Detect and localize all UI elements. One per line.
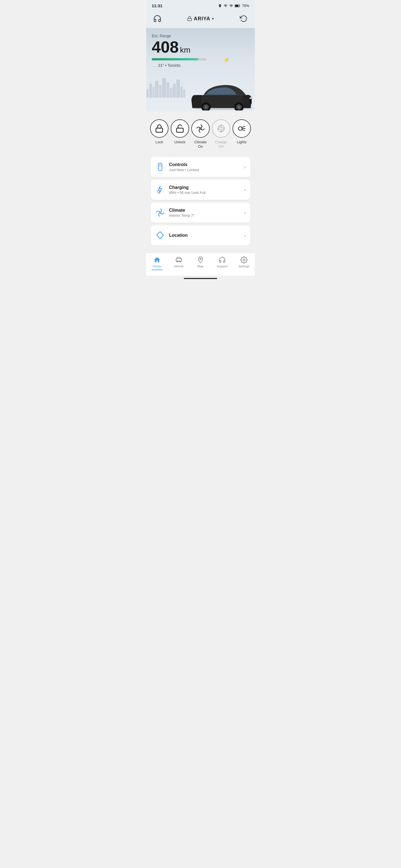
nav-vehicle[interactable]: Vehicle	[170, 256, 187, 268]
climate-on-action[interactable]: ClimateOn	[191, 119, 210, 149]
status-time: 11:31	[152, 3, 162, 8]
svg-point-8	[205, 106, 207, 108]
unlock-circle[interactable]	[171, 119, 189, 138]
location-chevron-icon: ›	[244, 232, 246, 239]
home-icon	[153, 256, 161, 264]
svg-rect-3	[188, 18, 192, 21]
lock-icon	[155, 124, 164, 133]
svg-rect-1	[239, 5, 240, 6]
lock-circle[interactable]	[150, 119, 169, 138]
est-range-label: Est. Range	[152, 34, 249, 38]
controls-title: Controls	[169, 162, 199, 167]
nav-settings[interactable]: Settings	[236, 256, 252, 268]
controls-card[interactable]: Controls Just Now • Locked ›	[151, 157, 250, 177]
location-card-icon	[155, 230, 165, 240]
svg-point-24	[159, 212, 161, 213]
car-name: ARIYA	[194, 16, 210, 22]
signal-icon	[229, 4, 233, 8]
lock-label: Lock	[155, 140, 163, 145]
lock-action[interactable]: Lock	[150, 119, 169, 145]
nav-support-label: Support	[217, 265, 228, 268]
history-button[interactable]	[238, 13, 249, 24]
cloud-icon: ☁️	[152, 63, 156, 68]
lights-label: Lights	[237, 140, 247, 145]
controls-chevron-icon: ›	[244, 164, 246, 170]
battery-percent: 76%	[242, 4, 249, 8]
bottom-nav: Home Vehicle Map Support Settings	[146, 253, 255, 276]
settings-icon	[240, 256, 248, 264]
status-icons: 76%	[218, 4, 249, 8]
range-value: 408	[152, 38, 179, 56]
nav-home-label: Home	[153, 265, 161, 268]
fan-icon	[196, 124, 205, 133]
headphone-icon	[153, 14, 162, 23]
charging-icon	[156, 185, 165, 194]
svg-marker-25	[157, 232, 164, 239]
svg-line-19	[242, 126, 245, 127]
fan-card-icon	[156, 208, 165, 217]
svg-rect-14	[156, 128, 163, 132]
nav-vehicle-label: Vehicle	[174, 265, 183, 268]
climate-card[interactable]: Climate Interior Temp 7° ›	[151, 203, 250, 223]
nav-support[interactable]: Support	[214, 256, 231, 268]
unlock-icon	[175, 124, 184, 133]
lights-icon	[237, 124, 246, 133]
nav-map[interactable]: Map	[192, 256, 209, 268]
climate-circle[interactable]	[191, 119, 210, 138]
nav-icon	[156, 231, 165, 240]
svg-point-29	[243, 259, 245, 261]
lock-header-icon	[187, 16, 192, 21]
car-image	[187, 75, 255, 112]
climate-on-label: ClimateOn	[194, 140, 207, 149]
home-indicator	[184, 278, 217, 279]
range-unit: km	[180, 45, 190, 54]
svg-rect-2	[235, 5, 238, 7]
support-icon-button[interactable]	[152, 13, 163, 24]
svg-line-21	[242, 130, 245, 131]
support-nav-icon	[219, 256, 226, 264]
svg-point-16	[200, 128, 201, 129]
lights-circle[interactable]	[232, 119, 251, 138]
header: ARIYA ▾	[146, 10, 255, 28]
chevron-down-icon: ▾	[212, 17, 214, 21]
charge-icon	[217, 124, 226, 133]
weather-info: 21° • Toronto	[158, 63, 180, 68]
map-icon	[197, 256, 204, 264]
controls-card-icon	[155, 162, 165, 172]
charge-on-circle[interactable]	[212, 119, 230, 138]
nav-home[interactable]: Home	[149, 256, 165, 270]
vehicle-selector[interactable]: ARIYA ▾	[187, 16, 214, 22]
charge-on-action[interactable]: ChargeOn	[212, 119, 230, 149]
svg-point-18	[238, 127, 242, 130]
charge-bar: ⚡	[152, 58, 225, 60]
charging-chevron-icon: ›	[244, 187, 246, 193]
range-display: 408 km	[152, 38, 249, 56]
status-bar: 11:31 76%	[146, 0, 255, 10]
charging-subtitle: 99% • 55 min Until Full	[169, 191, 205, 195]
lights-action[interactable]: Lights	[232, 119, 251, 145]
lightning-icon: ⚡	[223, 57, 230, 63]
remote-icon	[156, 162, 165, 172]
charging-card-icon	[155, 185, 165, 195]
charge-bar-container	[152, 58, 207, 60]
wifi-icon	[224, 4, 228, 8]
cards-section: Controls Just Now • Locked › Charging 99…	[146, 154, 255, 248]
hero-section: Est. Range 408 km ⚡ ☁️ 21° • Toronto	[146, 28, 255, 112]
unlock-label: Unlock	[174, 140, 185, 145]
svg-rect-15	[176, 128, 183, 132]
charge-on-label: ChargeOn	[215, 140, 227, 149]
location-title: Location	[169, 233, 188, 238]
quick-actions: Lock Unlock ClimateOn	[146, 112, 255, 154]
location-card[interactable]: Location ›	[151, 225, 250, 245]
vehicle-icon	[175, 256, 182, 264]
battery-icon	[235, 4, 240, 7]
location-status-icon	[218, 4, 222, 8]
unlock-action[interactable]: Unlock	[171, 119, 189, 145]
charging-card[interactable]: Charging 99% • 55 min Until Full ›	[151, 180, 250, 200]
svg-rect-22	[158, 163, 162, 171]
nav-settings-label: Settings	[238, 265, 250, 268]
weather-row: ☁️ 21° • Toronto	[152, 63, 249, 68]
charging-title: Charging	[169, 185, 205, 190]
charge-bar-fill	[152, 58, 198, 60]
nav-active-indicator	[151, 270, 163, 270]
